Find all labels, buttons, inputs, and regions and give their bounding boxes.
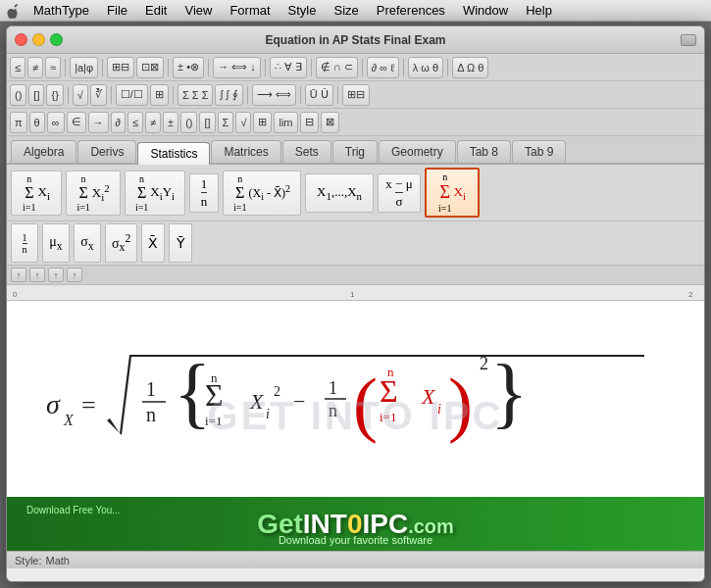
sym-pm[interactable]: ± •⊗: [173, 57, 204, 78]
sym-box1[interactable]: ⊞⊟: [107, 57, 134, 78]
sym-extra2[interactable]: ⊠: [321, 112, 339, 133]
sym-greek1[interactable]: λ ω θ: [408, 57, 443, 78]
sym-mat2[interactable]: ⊞: [253, 112, 272, 133]
collapse-button[interactable]: [681, 34, 696, 46]
sym-abs[interactable]: |a|φ: [70, 57, 98, 78]
sym-approx[interactable]: ≈: [45, 57, 61, 78]
sym-braces[interactable]: {}: [46, 84, 63, 106]
sym-sets[interactable]: ∉ ∩ ⊂: [316, 57, 358, 78]
menu-edit[interactable]: Edit: [137, 1, 175, 20]
tab-algebra[interactable]: Algebra: [11, 140, 76, 163]
formula-mu-x[interactable]: μx: [42, 223, 70, 263]
formula-sum-xiyi[interactable]: n Σ i=1 XiYi: [125, 171, 185, 216]
menu-preferences[interactable]: Preferences: [369, 1, 453, 20]
formula-z-score[interactable]: x − μ σ: [378, 173, 421, 213]
sym-integral[interactable]: ∫ ∫ ∮: [215, 84, 242, 106]
sep1: [65, 59, 66, 76]
svg-text:2: 2: [480, 354, 488, 373]
sym-sum2[interactable]: Σ: [218, 112, 234, 133]
svg-text:σ: σ: [46, 389, 61, 419]
svg-text:Σ: Σ: [205, 377, 224, 413]
sym-paren2[interactable]: (): [180, 112, 197, 133]
formula-panel-row2: 1 n μx σx σx2 X̄ Ȳ: [7, 221, 704, 266]
sep12: [173, 86, 174, 104]
sym-frac[interactable]: ☐/☐: [116, 84, 148, 106]
sym-mat[interactable]: ⊞: [150, 84, 169, 106]
tab-trig[interactable]: Trig: [332, 140, 378, 163]
sym-greek2[interactable]: Δ Ω θ: [452, 57, 488, 78]
sym-limit[interactable]: lim: [274, 112, 297, 133]
toolbar-row-3: π θ ∞ ∈ → ∂ ≤ ≠ ± () [] Σ √ ⊞ lim ⊟ ⊠: [7, 109, 704, 136]
tab-9[interactable]: Tab 9: [512, 140, 566, 163]
formula-y-bar[interactable]: Ȳ: [169, 223, 192, 263]
tab-sets[interactable]: Sets: [282, 140, 331, 163]
menu-view[interactable]: View: [177, 1, 220, 20]
tab-8[interactable]: Tab 8: [457, 140, 511, 163]
tab-matrices[interactable]: Matrices: [211, 140, 280, 163]
banner-subtitle: Download your favorite software: [279, 534, 432, 546]
menu-bar: MathType File Edit View Format Style Siz…: [0, 0, 711, 22]
sym-extra1[interactable]: ⊟: [300, 112, 319, 133]
nav-row: ↑ ↑ ↑ ↑: [7, 266, 704, 285]
sep8: [403, 59, 404, 76]
sym-ne[interactable]: ≠: [145, 112, 161, 133]
sym-plusminus[interactable]: ±: [163, 112, 178, 133]
sym-brackets[interactable]: []: [28, 84, 44, 106]
sym-box3[interactable]: ⊞⊟: [342, 84, 370, 106]
svg-text:2: 2: [274, 384, 280, 399]
sym-le[interactable]: ≤: [127, 112, 143, 133]
sym-inf[interactable]: ∞: [47, 112, 65, 133]
nav-up-1[interactable]: ↑: [11, 268, 26, 282]
formula-1n[interactable]: 1 n: [11, 223, 38, 263]
sym-overline[interactable]: Ū Ǔ: [305, 84, 333, 106]
menu-format[interactable]: Format: [222, 1, 278, 20]
menu-help[interactable]: Help: [518, 1, 560, 20]
maximize-button[interactable]: [50, 33, 63, 46]
menu-mathtype[interactable]: MathType: [25, 1, 97, 20]
sym-arrow[interactable]: →: [88, 112, 109, 133]
menu-window[interactable]: Window: [455, 1, 516, 20]
sym-box2[interactable]: ⊡⊠: [136, 57, 164, 78]
sym-calc[interactable]: ∂ ∞ ℓ: [367, 57, 399, 78]
formula-sum-xi-xbar-sq[interactable]: n Σ i=1 (Xi - X̄)2: [223, 171, 301, 216]
formula-1-over-n[interactable]: 1 n: [189, 173, 219, 213]
menu-size[interactable]: Size: [326, 1, 366, 20]
title-bar: Equation in AP Stats Final Exam: [7, 26, 704, 54]
sym-neq[interactable]: ≠: [27, 57, 43, 78]
sym-theta[interactable]: θ: [29, 112, 45, 133]
tab-statistics[interactable]: Statistics: [137, 142, 210, 165]
formula-x1-xn[interactable]: X1,...,Xn: [305, 173, 374, 213]
sym-parens[interactable]: (): [10, 84, 26, 106]
formula-sigma-x[interactable]: σx: [74, 223, 101, 263]
nav-up-2[interactable]: ↑: [29, 268, 45, 282]
sym-partial[interactable]: ∂: [111, 112, 126, 133]
formula-sum-xi[interactable]: n Σ i=1 Xi: [11, 171, 62, 216]
minimize-button[interactable]: [32, 33, 45, 46]
menu-style[interactable]: Style: [280, 1, 325, 20]
sym-sqrt2[interactable]: √: [235, 112, 251, 133]
formula-sigma-x2[interactable]: σx2: [105, 223, 137, 263]
formula-sum-xi2[interactable]: n Σ i=1 Xi2: [66, 171, 121, 216]
sym-leq[interactable]: ≤: [10, 57, 25, 78]
sym-brack2[interactable]: []: [199, 112, 215, 133]
equation-area[interactable]: GET INTO IPC σ X = 1 n { n Σ i=1 X i 2: [7, 301, 704, 497]
sym-arrows2[interactable]: ⟶ ⟺: [252, 84, 296, 106]
nav-up-4[interactable]: ↑: [67, 268, 82, 282]
sym-arrows[interactable]: → ⟺ ↓: [213, 57, 261, 78]
sym-pi[interactable]: π: [10, 112, 27, 133]
formula-x-bar[interactable]: X̄: [141, 223, 165, 263]
formula-sum-xi-highlighted[interactable]: n Σ i=1 Xi: [425, 168, 480, 218]
sym-sqrt[interactable]: √: [73, 84, 88, 106]
tab-derivs[interactable]: Derivs: [77, 140, 136, 163]
menu-file[interactable]: File: [99, 1, 135, 20]
close-button[interactable]: [15, 33, 27, 46]
sym-sigma[interactable]: Σ Σ Σ: [178, 84, 214, 106]
nav-up-3[interactable]: ↑: [48, 268, 64, 282]
formula-panel-row1: n Σ i=1 Xi n Σ i=1 Xi2 n Σ i=1 XiYi: [7, 165, 704, 221]
sym-logic[interactable]: ∴ ∀ ∃: [270, 57, 307, 78]
sym-cbrt[interactable]: ∛: [90, 84, 107, 106]
sep9: [447, 59, 448, 76]
sym-in[interactable]: ∈: [67, 112, 86, 133]
tab-geometry[interactable]: Geometry: [379, 140, 456, 163]
ruler-tick-1: 1: [350, 290, 354, 299]
